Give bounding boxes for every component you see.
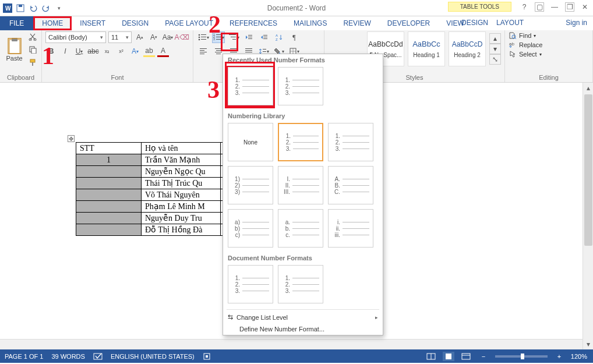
styles-scroll-up-icon[interactable]: ▴ [489,33,501,44]
format-painter-icon[interactable] [27,57,38,68]
numbering-option-lib-8[interactable]: i. ii. iii. [328,209,373,248]
table-move-handle-icon[interactable]: ✥ [68,135,75,142]
table-cell[interactable] [76,178,142,189]
style-heading-2[interactable]: AaBbCcD Heading 2 [449,31,486,66]
scroll-up-icon[interactable]: ▴ [583,83,593,93]
decrease-indent-button[interactable] [242,31,255,43]
numbering-option-lib-1[interactable]: 1. 2. 3. [278,123,323,161]
restore-icon[interactable]: ❐ [565,2,574,12]
vertical-scrollbar[interactable]: ▴ ▾ [583,83,593,349]
bullet-list-button[interactable]: ▾ [197,31,210,43]
scroll-thumb[interactable] [584,94,592,246]
signin-link[interactable]: Sign in [566,19,587,27]
table-header-cell[interactable]: Họ và tên [142,143,221,154]
numbering-option-lib-6[interactable]: a) b) c) [228,209,273,248]
tab-file[interactable]: FILE [0,16,33,30]
numbering-option-lib-4[interactable]: I. II. III. [278,166,323,204]
numbering-option-doc-2[interactable]: 1. 2. 3. [278,265,323,303]
status-page[interactable]: PAGE 1 OF 1 [5,353,43,360]
table-cell[interactable]: Trần Văn Mạnh [142,154,221,166]
table-header-cell[interactable]: STT [76,143,142,154]
table-cell[interactable] [76,224,142,236]
sort-button[interactable]: AZ [273,31,285,43]
replace-button[interactable]: ab Replace [509,41,542,49]
numbering-option-none[interactable]: None [228,123,273,161]
numbering-option-lib-2[interactable]: 1. 2. 3. [328,123,373,161]
style-heading-1[interactable]: AaBbCc Heading 1 [408,31,445,66]
styles-scroll-down-icon[interactable]: ▾ [489,44,501,54]
table-cell[interactable]: Thái Thị Trúc Qu [142,178,221,189]
status-macro-icon[interactable] [203,352,211,361]
define-new-number-format[interactable]: Define New Number Format... [223,323,383,335]
table-cell[interactable]: Đỗ Thị Hồng Đà [142,224,221,236]
italic-button[interactable]: I [59,45,71,57]
tab-review[interactable]: REVIEW [335,16,379,30]
table-cell[interactable] [76,201,142,213]
table-cell[interactable] [76,166,142,178]
numbering-option-lib-3[interactable]: 1) 2) 3) [228,166,273,204]
table-cell[interactable] [76,213,142,224]
text-effects-icon[interactable]: A▾ [129,45,141,57]
select-button[interactable]: Select▾ [509,50,542,58]
align-left-button[interactable] [197,45,210,57]
paste-button[interactable]: Paste [3,31,25,68]
tab-insert[interactable]: INSERT [72,16,114,30]
strikethrough-button[interactable]: abc [87,45,99,57]
table-cell[interactable]: Nguyễn Ngọc Qu [142,166,221,178]
horizontal-scrollbar[interactable] [0,339,583,349]
styles-expand-icon[interactable]: ⤡ [489,54,501,65]
tab-references[interactable]: REFERENCES [221,16,285,30]
table-cell[interactable]: Võ Thái Nguyên [142,189,221,201]
ribbon-options-icon[interactable]: ▢ [535,2,544,12]
minimize-icon[interactable]: — [550,2,559,12]
table-cell[interactable]: 1 [76,154,142,166]
font-family-combo[interactable]: Calibri (Body)▾ [45,31,106,43]
clear-formatting-icon[interactable]: A⌫ [176,31,188,43]
tab-home[interactable]: HOME [33,16,72,30]
redo-icon[interactable] [41,3,51,13]
table-cell[interactable]: Nguyễn Duy Tru [142,213,221,224]
tab-design[interactable]: DESIGN [114,16,157,30]
numbering-option-recent-2[interactable]: 1. 2. 3. [278,67,323,105]
numbering-option-recent-1[interactable]: 1. 2. 3. [228,67,273,105]
numbering-option-lib-7[interactable]: a. b. c. [278,209,323,248]
numbering-option-lib-5[interactable]: A. B. C. [328,166,373,204]
view-print-layout-icon[interactable] [443,352,454,361]
zoom-slider[interactable] [495,355,548,358]
status-proofing-icon[interactable] [93,352,103,361]
undo-icon[interactable] [28,3,38,13]
tab-mailings[interactable]: MAILINGS [285,16,335,30]
cut-icon[interactable] [27,31,38,42]
find-button[interactable]: Find▾ [509,31,542,40]
copy-icon[interactable] [27,44,38,55]
status-language[interactable]: ENGLISH (UNITED STATES) [111,353,195,360]
tab-table-layout[interactable]: LAYOUT [488,16,532,29]
zoom-in-icon[interactable]: + [553,352,565,361]
highlight-icon[interactable]: ab [143,45,155,57]
scroll-down-icon[interactable]: ▾ [583,339,593,349]
table-cell[interactable] [76,189,142,201]
zoom-out-icon[interactable]: − [478,352,489,361]
tab-developer[interactable]: DEVELOPER [379,16,438,30]
qat-customize-icon[interactable]: ▾ [54,3,64,13]
shrink-font-icon[interactable]: A▾ [148,31,160,43]
increase-indent-button[interactable] [257,31,270,43]
change-case-icon[interactable]: Aa▾ [162,31,174,43]
subscript-button[interactable]: x₂ [101,45,113,57]
underline-button[interactable]: U▾ [73,45,85,57]
view-web-layout-icon[interactable] [460,352,472,361]
table-cell[interactable]: Phạm Lê Minh M [142,201,221,213]
font-size-combo[interactable]: 11▾ [108,31,132,43]
grow-font-icon[interactable]: A▴ [134,31,146,43]
multilevel-list-button[interactable]: ▾ [227,31,240,43]
font-color-icon[interactable]: A [157,45,169,57]
status-words[interactable]: 39 WORDS [51,353,84,360]
superscript-button[interactable]: x² [115,45,127,57]
change-list-level[interactable]: ⇆ Change List Level ▸ [223,311,383,323]
numbering-option-doc-1[interactable]: 1. 2. 3. [228,265,273,303]
zoom-level[interactable]: 120% [571,353,587,360]
save-icon[interactable] [15,3,26,13]
show-marks-button[interactable]: ¶ [288,31,301,43]
help-icon[interactable]: ? [520,2,529,12]
close-icon[interactable]: ✕ [580,2,590,12]
